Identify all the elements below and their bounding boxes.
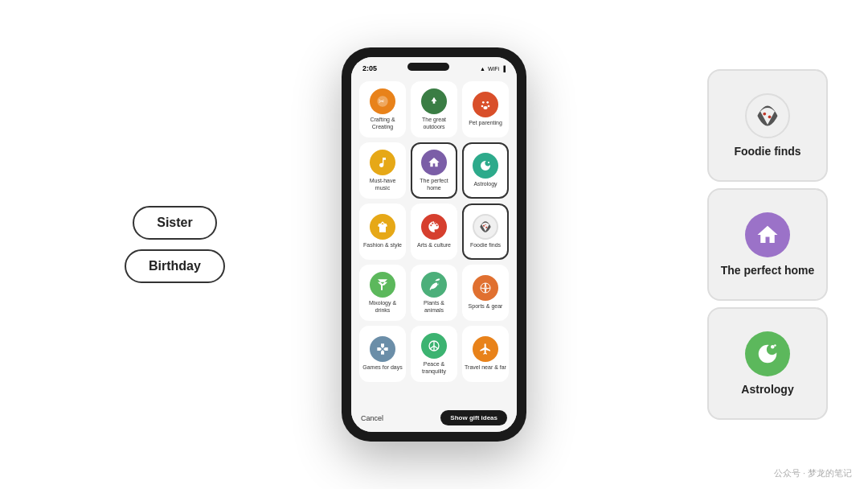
svg-text:✂: ✂ [379,97,385,105]
left-pills: Sister Birthday [125,206,225,283]
foodie-label: Foodie finds [470,242,501,249]
status-time: 2:05 [362,64,377,72]
perfecthome-icon [421,150,447,175]
grid-row-4: Mixology & drinks Plants & animals Sport… [358,265,510,321]
perfecthome-label: The perfect home [415,178,453,191]
outdoors-icon [421,88,447,114]
right-cards: Foodie finds The perfect home Astrology [707,69,828,420]
svg-point-4 [488,105,490,108]
crafting-label: Crafting & Creating [362,117,403,130]
svg-line-13 [430,346,434,349]
peace-label: Peace & tranquility [413,361,455,375]
grid-item-foodie[interactable]: Foodie finds [462,203,509,260]
battery-icon: ▐ [502,66,506,72]
grid-item-mixology[interactable]: Mixology & drinks [359,265,406,321]
grid-item-fashion[interactable]: Fashion & style [359,203,406,260]
grid-item-sports[interactable]: Sports & gear [462,265,509,321]
right-card-foodie-icon [745,93,790,138]
grid-row-2: Must-have music The perfect home Astrolo… [358,142,510,199]
signal-icon: ▲ [480,66,485,72]
right-card-astrology-icon [745,331,790,376]
svg-point-6 [488,162,489,163]
right-card-astrology[interactable]: Astrology [707,307,828,420]
foodie-icon [473,214,498,240]
games-label: Games for days [362,364,402,371]
arts-label: Arts & culture [417,242,451,249]
watermark: 公众号 · 梦龙的笔记 [774,467,852,479]
grid-item-outdoors[interactable]: The great outdoors [411,81,457,138]
grid-item-travel[interactable]: Travel near & far [462,326,509,382]
svg-point-5 [483,106,487,109]
svg-point-18 [774,344,776,347]
phone-bottom: Cancel Show gift ideas [351,405,517,432]
status-icons: ▲ WiFi ▐ [480,66,506,72]
svg-point-1 [482,101,485,104]
svg-point-2 [486,101,489,104]
grid-row-1: ✂ Crafting & Creating The great outdoors [358,81,510,138]
svg-point-3 [481,105,484,108]
fashion-label: Fashion & style [363,242,402,249]
grid-item-astrology[interactable]: Astrology [462,142,509,199]
screen-content: ✂ Crafting & Creating The great outdoors [351,76,517,405]
grid-item-arts[interactable]: Arts & culture [411,203,457,260]
plants-icon [421,272,447,298]
svg-point-17 [771,345,775,349]
mixology-label: Mixology & drinks [362,300,403,314]
right-card-perfecthome-label: The perfect home [721,264,815,277]
svg-line-14 [434,346,438,349]
show-gift-ideas-button[interactable]: Show gift ideas [440,410,507,425]
plants-label: Plants & animals [413,300,455,314]
grid-item-petparenting[interactable]: Pet parenting [462,81,509,138]
grid-item-plants[interactable]: Plants & animals [411,265,457,321]
mixology-icon [370,272,395,298]
sports-label: Sports & gear [469,303,503,310]
games-icon [370,336,395,362]
astrology-label: Astrology [473,181,497,187]
right-card-foodie[interactable]: Foodie finds [707,69,828,182]
sister-pill[interactable]: Sister [133,206,216,240]
svg-point-7 [483,225,485,227]
status-bar: 2:05 ▲ WiFi ▐ [351,57,517,76]
music-label: Must-have music [362,178,403,191]
grid-row-5: Games for days Peace & tranquility Trave… [358,326,510,382]
right-card-foodie-label: Foodie finds [734,145,800,158]
svg-point-8 [485,227,487,228]
peace-icon [421,333,447,359]
grid-item-peace[interactable]: Peace & tranquility [411,326,457,382]
grid-item-perfecthome[interactable]: The perfect home [411,142,457,199]
astrology-icon [473,153,498,179]
dynamic-island [407,63,449,71]
phone-container: 2:05 ▲ WiFi ▐ ✂ Crafting & Creating [342,47,526,442]
travel-label: Travel near & far [465,364,506,371]
grid-item-crafting[interactable]: ✂ Crafting & Creating [359,81,406,138]
right-card-perfecthome-icon [745,212,790,257]
petparenting-icon [473,92,498,117]
arts-icon [421,214,447,240]
outdoors-label: The great outdoors [413,117,455,130]
svg-point-9 [485,224,485,225]
fashion-icon [370,214,395,240]
grid-item-music[interactable]: Must-have music [359,142,406,199]
phone-frame: 2:05 ▲ WiFi ▐ ✂ Crafting & Creating [342,47,526,442]
right-card-perfecthome[interactable]: The perfect home [707,188,828,301]
sports-icon [473,275,498,301]
travel-icon [473,336,498,362]
petparenting-label: Pet parenting [469,120,502,126]
crafting-icon: ✂ [370,88,395,114]
phone-screen: 2:05 ▲ WiFi ▐ ✂ Crafting & Creating [351,57,517,432]
wifi-icon: WiFi [488,66,499,72]
music-icon [370,150,395,175]
grid-row-3: Fashion & style Arts & culture Foodie fi… [358,203,510,260]
grid-item-games[interactable]: Games for days [359,326,406,382]
birthday-pill[interactable]: Birthday [125,249,225,283]
right-card-astrology-label: Astrology [741,383,793,397]
svg-point-15 [763,112,766,115]
cancel-button[interactable]: Cancel [361,414,383,422]
svg-point-16 [768,115,772,118]
